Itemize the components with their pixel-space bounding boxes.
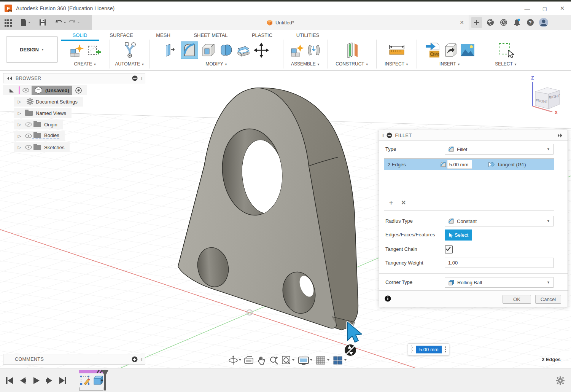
tab-utilities[interactable]: UTILITIES: [285, 31, 330, 40]
look-at-icon[interactable]: [244, 356, 254, 365]
add-selection-icon[interactable]: ＋: [388, 199, 394, 207]
joint-icon[interactable]: [307, 43, 321, 57]
canvas-image-icon[interactable]: [460, 43, 475, 57]
job-status-icon[interactable]: [499, 18, 509, 27]
browser-panel-header[interactable]: BROWSER ‖: [3, 73, 145, 83]
timeline-step-forward-icon[interactable]: [45, 376, 54, 385]
maximize-button[interactable]: ▢: [536, 3, 554, 14]
save-icon[interactable]: [39, 19, 46, 26]
tangency-weight-input[interactable]: 1.00: [445, 258, 554, 268]
construction-plane-icon[interactable]: [345, 42, 360, 59]
pan-icon[interactable]: [256, 355, 266, 365]
visibility-eye-icon[interactable]: [25, 145, 32, 150]
visibility-eye-icon[interactable]: [25, 134, 32, 138]
document-tab[interactable]: Untitled* ✕: [92, 15, 469, 30]
browser-root-row[interactable]: (Unsaved): [3, 85, 87, 95]
fillet-edge-row-selected[interactable]: 2 Edges 5.00 mm Tangent (G1): [384, 159, 554, 170]
edge-continuity-label[interactable]: Tangent (G1): [497, 162, 526, 167]
undo-icon[interactable]: [55, 19, 66, 26]
radius-type-dropdown[interactable]: Constant▼: [445, 216, 554, 226]
remove-selection-icon[interactable]: ✕: [401, 199, 406, 207]
cancel-button[interactable]: Cancel: [535, 295, 561, 304]
visibility-eye-icon[interactable]: [22, 88, 29, 92]
timeline-go-to-start-icon[interactable]: [5, 376, 14, 385]
measure-icon[interactable]: [388, 44, 406, 57]
extensions-icon[interactable]: [485, 18, 495, 27]
browser-item-named-views[interactable]: ▷ Named Views: [14, 108, 72, 118]
floating-radius-input[interactable]: 5.00 mm: [416, 346, 442, 354]
workspace-selector[interactable]: DESIGN▼: [6, 36, 58, 63]
floating-radius-toolbar[interactable]: 5.00 mm: [408, 343, 449, 355]
panel-grip[interactable]: ‖: [141, 76, 143, 81]
expand-dialog-icon[interactable]: [557, 133, 564, 138]
select-icon[interactable]: [498, 42, 514, 59]
comments-panel-header[interactable]: COMMENTS ‖: [3, 354, 145, 365]
notifications-bell-icon[interactable]: [512, 18, 522, 27]
new-component-icon[interactable]: [290, 43, 304, 57]
grid-display-icon[interactable]: [316, 355, 330, 365]
orbit-icon[interactable]: [228, 355, 241, 365]
timeline-go-to-end-icon[interactable]: [59, 376, 67, 385]
timeline-settings-gear-icon[interactable]: [556, 376, 565, 385]
ok-button[interactable]: OK: [503, 295, 531, 304]
tab-close-icon[interactable]: ✕: [458, 19, 466, 26]
new-body-icon[interactable]: [69, 43, 84, 57]
timeline-step-back-icon[interactable]: [19, 376, 27, 385]
browser-item-bodies[interactable]: ▷ Bodies: [14, 131, 65, 141]
group-create-label[interactable]: CREATE ▼: [61, 61, 110, 67]
dialog-display-icon[interactable]: [386, 132, 392, 138]
tab-sheet-metal[interactable]: SHEET METAL: [183, 31, 239, 40]
redo-icon[interactable]: [68, 19, 80, 26]
group-construct-label[interactable]: CONSTRUCT ▼: [328, 61, 376, 67]
tab-plastic[interactable]: PLASTIC: [239, 31, 285, 40]
fillet-dialog-header[interactable]: ‖ FILLET: [379, 130, 568, 141]
collapse-panel-icon[interactable]: [6, 76, 13, 81]
combine-icon[interactable]: [219, 43, 233, 57]
add-comment-icon[interactable]: [132, 356, 138, 362]
group-select-label[interactable]: SELECT ▼: [483, 61, 529, 67]
tab-surface[interactable]: SURFACE: [99, 31, 144, 40]
browser-item-origin[interactable]: ▷ Origin: [14, 120, 63, 129]
panel-grip[interactable]: ‖: [141, 357, 143, 362]
press-pull-icon[interactable]: [164, 43, 178, 58]
offset-face-icon[interactable]: [236, 43, 251, 57]
file-menu-icon[interactable]: [20, 18, 30, 27]
timeline-play-icon[interactable]: [32, 376, 40, 385]
viewports-icon[interactable]: [333, 355, 347, 365]
root-component-label[interactable]: (Unsaved): [45, 88, 69, 93]
type-dropdown[interactable]: Fillet▼: [445, 144, 554, 155]
timeline-sketch-feature[interactable]: [80, 374, 92, 388]
visibility-off-eye-icon[interactable]: [25, 122, 32, 127]
group-modify-label[interactable]: MODIFY ▼: [150, 61, 283, 67]
move-icon[interactable]: [254, 43, 269, 58]
browser-item-document-settings[interactable]: ▷ Document Settings: [14, 97, 83, 107]
corner-type-dropdown[interactable]: Rolling Ball▼: [445, 277, 554, 288]
select-button[interactable]: Select: [445, 229, 472, 241]
group-assemble-label[interactable]: ASSEMBLE ▼: [283, 61, 328, 67]
tab-mesh[interactable]: MESH: [144, 31, 183, 40]
edge-radius-input[interactable]: 5.00 mm: [447, 160, 472, 169]
drag-handle-icon[interactable]: [410, 345, 414, 354]
shell-icon[interactable]: [201, 43, 216, 57]
info-icon[interactable]: [385, 295, 391, 302]
automate-icon[interactable]: [122, 42, 137, 59]
group-inspect-label[interactable]: INSPECT ▼: [377, 61, 417, 67]
display-settings-icon[interactable]: [298, 355, 313, 365]
app-grid-icon[interactable]: [4, 18, 12, 27]
tab-solid[interactable]: SOLID: [61, 31, 99, 40]
active-component-marker[interactable]: [9, 88, 14, 93]
group-automate-label[interactable]: AUTOMATE ▼: [110, 61, 150, 67]
fillet-tool-active[interactable]: [181, 41, 198, 59]
minimize-button[interactable]: —: [519, 3, 536, 14]
group-insert-label[interactable]: INSERT ▼: [417, 61, 483, 67]
derive-icon[interactable]: [442, 43, 457, 58]
user-avatar[interactable]: [539, 18, 549, 27]
viewcube[interactable]: FRONT RIGHT Z X: [525, 74, 571, 117]
panel-display-icon[interactable]: [132, 75, 138, 81]
create-sketch-icon[interactable]: [87, 43, 101, 57]
dialog-grip[interactable]: ‖: [382, 133, 384, 138]
help-icon[interactable]: ?: [525, 18, 535, 27]
insert-svg-icon[interactable]: SVG: [425, 42, 439, 58]
fit-icon[interactable]: [282, 355, 295, 365]
close-button[interactable]: ✕: [554, 3, 571, 14]
